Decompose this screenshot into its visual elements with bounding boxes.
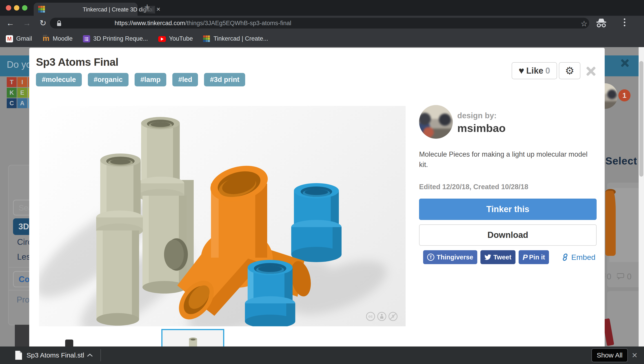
download-button[interactable]: Download: [419, 224, 597, 246]
design-by-label: design by:: [457, 111, 497, 120]
macos-close-button[interactable]: [6, 5, 11, 10]
address-bar[interactable]: https://www.tinkercad.com/things/3JAEg5E…: [50, 18, 589, 28]
tinker-this-button[interactable]: Tinker this: [419, 198, 597, 220]
download-bar-divider: [100, 349, 101, 361]
bookmark-gmail[interactable]: M Gmail: [6, 35, 32, 42]
macos-minimize-button[interactable]: [14, 5, 19, 10]
moodle-icon: m: [43, 35, 50, 42]
google-forms-icon: [83, 35, 90, 42]
design-dates: Edited 12/20/18, Created 10/28/18: [419, 183, 528, 191]
back-icon[interactable]: ←: [6, 16, 14, 30]
page-scrollbar-thumb[interactable]: [639, 61, 643, 176]
download-bar: Sp3 Atoms Final.stl Show All ×: [0, 346, 644, 364]
cc-icon: cc: [366, 312, 375, 321]
bookmark-youtube[interactable]: YouTube: [158, 35, 193, 42]
model-render-svg: [39, 106, 405, 326]
show-all-button[interactable]: Show All: [591, 348, 628, 362]
thingiverse-icon: T: [427, 254, 434, 261]
tinkercad-favicon: [38, 6, 45, 12]
new-tab-button[interactable]: +: [144, 1, 150, 12]
license-icons: cc $: [366, 312, 397, 321]
logo-tile: E: [17, 88, 27, 98]
tab-close-icon[interactable]: ×: [156, 6, 160, 13]
macos-zoom-button[interactable]: [22, 5, 28, 10]
screen: Do you T I N K E R C A D Sea 3D Circ Les…: [0, 0, 644, 364]
bookmark-tinkercad[interactable]: Tinkercad | Create...: [203, 35, 268, 42]
tag-lamp[interactable]: #lamp: [135, 73, 166, 86]
tag-row: #molecule #organic #lamp #led #3d print: [36, 73, 245, 86]
notification-badge[interactable]: 1: [618, 89, 630, 102]
tag-3d-print[interactable]: #3d print: [204, 73, 245, 86]
thingiverse-button[interactable]: T Thingiverse: [423, 250, 477, 264]
orange-model-fragment: [605, 191, 616, 256]
tag-molecule[interactable]: #molecule: [36, 73, 82, 86]
modal-close-icon[interactable]: [586, 66, 596, 76]
pin-it-button[interactable]: P Pin it: [519, 250, 549, 264]
download-filename[interactable]: Sp3 Atoms Final.stl: [27, 346, 84, 364]
lock-icon: [57, 20, 62, 26]
gmail-icon: M: [6, 35, 13, 42]
browser-tab[interactable]: Tinkercad | Create 3D digital de ×: [34, 3, 137, 16]
logo-tile: I: [17, 77, 27, 87]
banner-close-icon[interactable]: [621, 59, 629, 67]
logo-tile: T: [7, 77, 17, 87]
like-label: Like: [526, 66, 543, 76]
cc-by-icon: [377, 312, 386, 321]
heart-icon: ♥: [519, 66, 524, 76]
author-avatar[interactable]: [419, 105, 453, 139]
tinkercad-icon: [203, 35, 210, 42]
cc-nc-icon: $: [388, 312, 397, 321]
select-label: Select: [605, 155, 637, 167]
tweet-button[interactable]: Tweet: [480, 250, 515, 264]
file-icon: [15, 350, 23, 360]
logo-tile: C: [7, 98, 17, 108]
design-description: Molecule Pieces for making a light up mo…: [419, 149, 594, 170]
twitter-icon: [485, 254, 491, 260]
bookmark-3d-printing-form[interactable]: 3D Printing Reque...: [83, 35, 148, 42]
design-title: Sp3 Atoms Final: [36, 56, 118, 68]
logo-tile: K: [7, 88, 17, 98]
download-bar-close-icon[interactable]: ×: [632, 346, 637, 364]
like-button[interactable]: ♥ Like 0: [512, 62, 557, 79]
settings-button[interactable]: ⚙: [559, 62, 580, 79]
logo-tile: A: [17, 98, 27, 108]
gear-icon: ⚙: [565, 65, 574, 77]
bookmarks-bar: M Gmail m Moodle 3D Printing Reque... Yo…: [0, 30, 644, 47]
bookmark-star-icon[interactable]: ☆: [581, 19, 587, 28]
comment-icon: 0: [617, 272, 631, 282]
bookmark-moodle[interactable]: m Moodle: [43, 35, 73, 42]
caret-up-icon[interactable]: [87, 354, 93, 357]
embed-link[interactable]: Embed: [561, 253, 595, 262]
design-detail-modal: Sp3 Atoms Final #molecule #organic #lamp…: [29, 48, 605, 364]
model-render-image: cc $: [39, 106, 405, 326]
forward-icon[interactable]: →: [23, 16, 31, 30]
youtube-icon: [158, 36, 166, 42]
tag-led[interactable]: #led: [172, 73, 198, 86]
author-name[interactable]: msimbao: [457, 122, 506, 134]
refresh-icon[interactable]: ↻: [40, 16, 46, 30]
incognito-icon: [595, 18, 608, 28]
tag-organic[interactable]: #organic: [88, 73, 129, 86]
link-icon: [561, 253, 569, 261]
url-text: https://www.tinkercad.com/things/3JAEg5E…: [115, 20, 291, 27]
like-count: 0: [545, 66, 550, 76]
pinterest-icon: P: [523, 253, 528, 262]
share-row: T Thingiverse Tweet P Pin it Embed: [423, 250, 595, 264]
